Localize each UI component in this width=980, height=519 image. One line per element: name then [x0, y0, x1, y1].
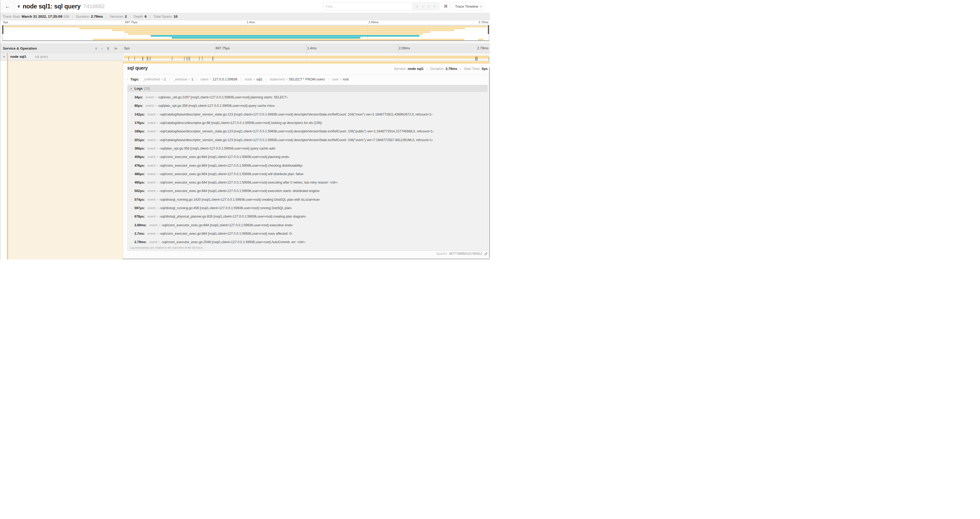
- minimap-left-handle[interactable]: [2, 25, 3, 34]
- search-input[interactable]: [323, 3, 412, 10]
- tag-key: client: [200, 77, 208, 81]
- minimap-canvas[interactable]: [2, 25, 489, 41]
- minimap-row: [2, 29, 489, 31]
- detail-meta-label: Start Time:: [464, 67, 480, 71]
- log-timestamp: 34μs:: [134, 96, 143, 99]
- find-bar: ◎ ∧ ∨ ✕: [323, 2, 439, 10]
- minimap-row: [2, 27, 489, 29]
- timeline-tick-label: 2.79ms: [479, 21, 488, 24]
- meta-item: Total Spans10: [153, 14, 178, 18]
- log-event-value: ‹sql/distsql_physical_planner.go:828 [ns…: [160, 215, 306, 218]
- log-timestamp: 2.7ms:: [134, 232, 145, 235]
- chevron-right-icon[interactable]: ›: [101, 46, 102, 50]
- minimap-right-handle[interactable]: [488, 25, 489, 34]
- chevron-down-icon[interactable]: ∨: [17, 4, 20, 9]
- equals-sign: =: [156, 155, 158, 159]
- chevron-right-icon: ›: [131, 104, 132, 107]
- meta-label: Depth: [134, 14, 143, 18]
- logs-panel: ∨ Logs (18) ›34μs:event=‹sql/exec_util.g…: [127, 85, 488, 251]
- minimap-span-bar: [478, 39, 483, 40]
- double-chevron-right-icon[interactable]: ≫: [114, 46, 118, 50]
- log-event-key: event: [148, 232, 156, 235]
- chevron-down-icon[interactable]: ∨: [3, 55, 5, 58]
- log-row[interactable]: ›2.69ms:event=‹sql/conn_executor_exec.go…: [128, 221, 487, 229]
- command-icon: ⌘: [444, 4, 448, 9]
- locate-icon[interactable]: ◎: [416, 5, 418, 8]
- log-row[interactable]: ›34μs:event=‹sql/exec_util.go:2297 [nsql…: [128, 93, 487, 102]
- detail-meta-value: 2.79ms: [445, 67, 457, 71]
- logs-count: (18): [144, 86, 150, 91]
- log-row[interactable]: ›574μs:event=‹sql/distsql_running.go:142…: [128, 195, 487, 204]
- equals-sign: =: [158, 224, 160, 227]
- log-row[interactable]: ›2.79ms:event=‹sql/conn_executor_exec.go…: [128, 238, 487, 246]
- log-timestamp: 201μs:: [134, 138, 145, 142]
- span-row-timeline-cell: [123, 53, 490, 61]
- tag-value: sql1: [256, 77, 262, 81]
- equals-sign: =: [156, 121, 158, 125]
- chevron-down-icon[interactable]: ∨: [95, 46, 97, 50]
- equals-sign: =: [253, 77, 255, 81]
- equals-sign: =: [156, 147, 158, 150]
- chevron-right-icon: ›: [131, 121, 132, 125]
- detail-meta-value: 0μs: [482, 67, 488, 71]
- tag-key: node: [245, 77, 252, 81]
- double-chevron-down-icon[interactable]: ≫: [106, 46, 110, 50]
- log-event-key: event: [148, 113, 156, 116]
- next-match-icon[interactable]: ∨: [427, 5, 430, 8]
- log-row[interactable]: ›678μs:event=‹sql/distsql_physical_plann…: [128, 212, 487, 221]
- log-event-value: ‹sql/catalog/lease/descriptor_version_st…: [160, 113, 432, 116]
- log-row[interactable]: ›80μs:event=‹sql/plan_opt.go:358 [nsql1,…: [128, 102, 487, 110]
- minimap-tick-labels: 0μs697.75μs1.4ms2.09ms2.79ms: [2, 21, 489, 25]
- log-row[interactable]: ›189μs:event=‹sql/catalog/lease/descript…: [128, 127, 487, 136]
- tag-item: _verbose=1: [173, 77, 193, 81]
- back-button[interactable]: ←: [0, 0, 15, 13]
- log-event-value: ‹sql/catalog/lease/descriptor_version_st…: [160, 129, 434, 133]
- timeline-tick-label: 697.75μs: [125, 21, 137, 24]
- tags-row[interactable]: ›Tags:_unfinished=1|_verbose=1|client=12…: [127, 76, 488, 83]
- tag-item: node=sql1: [245, 77, 262, 81]
- log-row[interactable]: ›176μs:event=‹sql/catalog/descs/descript…: [128, 119, 487, 127]
- clear-search-icon[interactable]: ✕: [433, 5, 436, 8]
- link-icon[interactable]: [484, 252, 488, 256]
- span-detail-title: sql query: [127, 65, 148, 71]
- log-row[interactable]: ›495μs:event=‹sql/conn_executor_exec.go:…: [128, 178, 487, 187]
- minimap-span-bar: [93, 39, 464, 40]
- tag-item: _unfinished=1: [142, 77, 166, 81]
- service-operation-header: Service & Operation ∨ › ≫ ≫: [0, 44, 123, 53]
- log-timestamp: 459μs:: [134, 155, 145, 159]
- equals-sign: =: [156, 206, 158, 210]
- span-accent-bar: [7, 53, 8, 61]
- log-row[interactable]: ›2.7ms:event=‹sql/conn_executor_exec.go:…: [128, 230, 487, 238]
- log-timestamp: 176μs:: [134, 121, 145, 125]
- keyboard-shortcut-button[interactable]: ⌘: [441, 2, 450, 10]
- chevron-right-icon: ›: [131, 224, 132, 227]
- log-row[interactable]: ›459μs:event=‹sql/conn_executor_exec.go:…: [128, 153, 487, 161]
- logs-header[interactable]: ∨ Logs (18): [128, 85, 487, 92]
- log-event-value: ‹sql/catalog/descs/descriptor.go:98 [nsq…: [160, 121, 323, 125]
- log-event-value: ‹sql/conn_executor_exec.go:684 [nsql1,cl…: [160, 189, 320, 193]
- log-row[interactable]: ›486μs:event=‹sql/conn_executor_exec.go:…: [128, 170, 487, 178]
- vertical-scrollbar-thumb[interactable]: [489, 67, 490, 258]
- span-bar[interactable]: [124, 56, 489, 59]
- span-row-name-cell[interactable]: ∨ node sql1 sql query: [0, 53, 123, 61]
- prev-match-icon[interactable]: ∧: [422, 5, 424, 8]
- log-row[interactable]: ›142μs:event=‹sql/catalog/lease/descript…: [128, 110, 487, 119]
- log-event-value: ‹sql/plan_opt.go:358 [nsql1,client=127.0…: [160, 147, 276, 150]
- log-row[interactable]: ›502μs:event=‹sql/conn_executor_exec.go:…: [128, 187, 487, 195]
- log-timestamp: 597μs:: [134, 206, 145, 210]
- log-row[interactable]: ›366μs:event=‹sql/plan_opt.go:358 [nsql1…: [128, 144, 487, 153]
- meta-separator: |: [72, 14, 73, 18]
- log-event-value: ‹sql/exec_util.go:2297 [nsql1,client=127…: [158, 96, 288, 99]
- logs-label: Logs: [134, 86, 143, 91]
- view-dropdown-button[interactable]: Trace Timeline ∨: [453, 2, 484, 10]
- detail-meta-label: Duration:: [430, 67, 444, 71]
- horizontal-scrollbar[interactable]: [123, 259, 490, 260]
- log-event-key: event: [148, 138, 156, 142]
- tag-item: statement=SELECT * FROM users: [270, 77, 325, 81]
- log-event-value: ‹sql/conn_executor_exec.go:684 [nsql1,cl…: [160, 155, 290, 159]
- span-row: ∨ node sql1 sql query: [0, 53, 490, 61]
- equals-sign: =: [156, 232, 158, 235]
- log-row[interactable]: ›201μs:event=‹sql/catalog/lease/descript…: [128, 136, 487, 144]
- log-row[interactable]: ›597μs:event=‹sql/distsql_running.go:498…: [128, 204, 487, 212]
- log-row[interactable]: ›476μs:event=‹sql/conn_executor_exec.go:…: [128, 161, 487, 169]
